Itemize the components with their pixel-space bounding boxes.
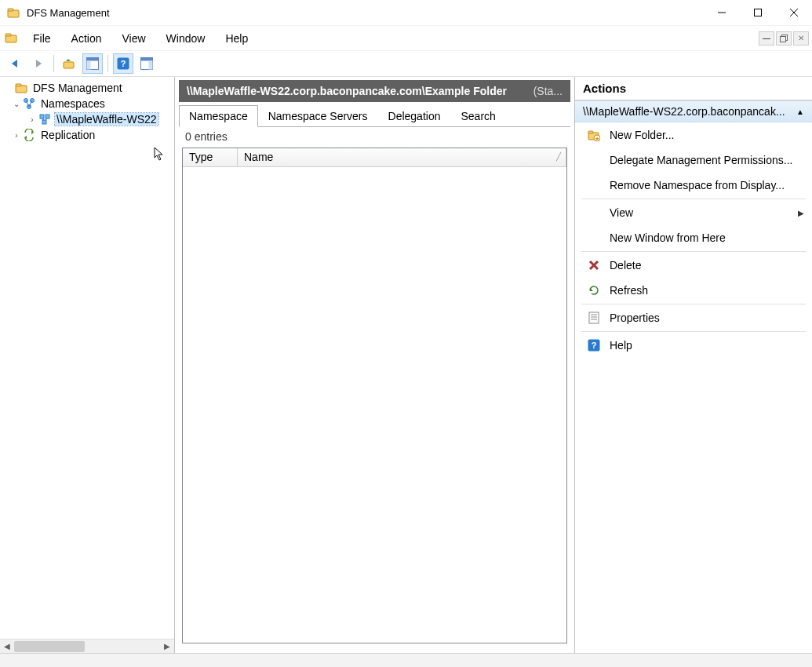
mdi-minimize-button[interactable]: — <box>759 31 774 46</box>
svg-rect-10 <box>64 62 74 68</box>
status-bar <box>0 653 812 667</box>
menu-window[interactable]: Window <box>157 29 215 48</box>
back-button[interactable] <box>5 53 25 74</box>
toolbar: ? <box>0 50 812 77</box>
toolbar-separator <box>53 55 54 72</box>
actions-group-header[interactable]: \\MapleWaffle-WS22.corp.baconpancak... ▲ <box>575 100 812 122</box>
content-header: \\MapleWaffle-WS22.corp.baconpancake.com… <box>179 80 570 102</box>
window-title: DFS Management <box>27 7 110 19</box>
tree-node-replication[interactable]: › Replication <box>0 127 174 143</box>
tab-namespace-servers[interactable]: Namespace Servers <box>258 105 378 127</box>
mdi-restore-button[interactable] <box>776 31 792 46</box>
svg-rect-18 <box>149 61 153 70</box>
tree-root-dfs[interactable]: DFS Management <box>0 80 174 96</box>
new-folder-icon: ★ <box>586 127 602 143</box>
action-properties[interactable]: Properties <box>575 305 812 330</box>
svg-rect-9 <box>781 36 786 42</box>
action-label: New Folder... <box>610 129 674 141</box>
refresh-icon <box>586 282 602 298</box>
action-label: Remove Namespace from Display... <box>610 179 785 191</box>
list-view[interactable]: Type Name╱ <box>182 148 567 643</box>
svg-rect-12 <box>87 58 99 61</box>
action-new-window[interactable]: New Window from Here <box>575 225 812 250</box>
tab-namespace[interactable]: Namespace <box>179 105 258 127</box>
content-path: \\MapleWaffle-WS22.corp.baconpancake.com… <box>187 85 507 97</box>
svg-rect-20 <box>16 84 21 86</box>
expander-icon[interactable]: › <box>11 131 22 140</box>
menu-items-container: File Action View Window Help <box>24 29 257 48</box>
tree-node-label: Replication <box>39 129 96 141</box>
tree-node-label: \\MapleWaffle-WS22 <box>55 113 158 126</box>
show-action-pane-button[interactable] <box>137 53 157 74</box>
forward-button[interactable] <box>28 53 49 74</box>
action-delete[interactable]: Delete <box>575 253 812 278</box>
action-delegate-permissions[interactable]: Delegate Management Permissions... <box>575 148 812 173</box>
scroll-right-button[interactable]: ▶ <box>160 640 174 654</box>
action-refresh[interactable]: Refresh <box>575 278 812 303</box>
column-type[interactable]: Type <box>183 148 238 166</box>
svg-text:?: ? <box>121 59 126 68</box>
window-controls <box>704 0 812 25</box>
svg-rect-7 <box>5 34 11 36</box>
actions-title: Actions <box>575 77 812 100</box>
action-separator <box>581 199 806 199</box>
server-icon <box>38 112 52 126</box>
tree-node-server[interactable]: › \\MapleWaffle-WS22 <box>0 111 174 127</box>
show-tree-button[interactable] <box>82 53 103 74</box>
action-label: Delete <box>610 259 641 272</box>
tree-node-label: DFS Management <box>31 82 124 94</box>
action-separator <box>581 331 806 332</box>
action-label: Refresh <box>610 284 648 297</box>
scroll-left-button[interactable]: ◀ <box>0 640 14 654</box>
action-help[interactable]: ? Help <box>575 333 812 358</box>
svg-rect-27 <box>46 115 49 118</box>
action-new-folder[interactable]: ★ New Folder... <box>575 122 812 148</box>
menu-view[interactable]: View <box>112 29 155 48</box>
action-label: New Window from Here <box>610 231 726 244</box>
document-icon <box>5 31 19 46</box>
menu-help[interactable]: Help <box>216 29 257 48</box>
column-name-label: Name <box>244 151 273 163</box>
column-name[interactable]: Name╱ <box>238 148 566 166</box>
svg-text:?: ? <box>592 341 597 350</box>
action-separator <box>581 251 806 252</box>
entry-count: 0 entries <box>179 127 570 146</box>
namespace-icon <box>22 97 36 111</box>
mdi-close-button[interactable]: ✕ <box>793 31 809 46</box>
svg-rect-17 <box>141 58 153 61</box>
expander-icon[interactable]: › <box>27 115 38 124</box>
list-header: Type Name╱ <box>183 148 566 167</box>
collapse-icon[interactable]: ▲ <box>796 108 804 116</box>
scroll-thumb[interactable] <box>14 641 85 652</box>
svg-rect-1 <box>8 9 13 11</box>
maximize-button[interactable] <box>740 0 776 25</box>
tab-search[interactable]: Search <box>450 105 505 127</box>
tab-strip: Namespace Namespace Servers Delegation S… <box>179 105 570 127</box>
menu-action[interactable]: Action <box>62 29 111 48</box>
help-button[interactable]: ? <box>113 53 133 74</box>
tab-delegation[interactable]: Delegation <box>378 105 451 127</box>
action-label: Delegate Management Permissions... <box>610 154 792 166</box>
column-resize-icon[interactable]: ╱ <box>556 152 561 161</box>
action-label: Properties <box>610 312 660 324</box>
action-view[interactable]: View <box>575 200 812 225</box>
horizontal-scrollbar[interactable]: ◀ ▶ <box>0 639 174 653</box>
action-separator <box>581 304 806 304</box>
folder-icon <box>14 81 28 95</box>
tree-node-namespaces[interactable]: ⌄ Namespaces <box>0 96 174 111</box>
expander-icon[interactable]: ⌄ <box>11 100 22 108</box>
replication-icon <box>22 128 36 142</box>
close-button[interactable] <box>776 0 812 25</box>
title-bar: DFS Management <box>0 0 812 25</box>
svg-rect-13 <box>87 61 91 70</box>
action-remove-namespace[interactable]: Remove Namespace from Display... <box>575 173 812 198</box>
minimize-button[interactable] <box>704 0 740 25</box>
menu-file[interactable]: File <box>24 29 60 48</box>
action-label: View <box>610 206 633 219</box>
app-icon <box>6 5 20 20</box>
actions-pane: Actions \\MapleWaffle-WS22.corp.baconpan… <box>575 77 812 653</box>
mdi-controls: — ✕ <box>759 31 812 46</box>
content-pane: \\MapleWaffle-WS22.corp.baconpancake.com… <box>175 77 575 653</box>
tree-node-label: Namespaces <box>39 97 107 110</box>
up-button[interactable] <box>59 53 79 74</box>
